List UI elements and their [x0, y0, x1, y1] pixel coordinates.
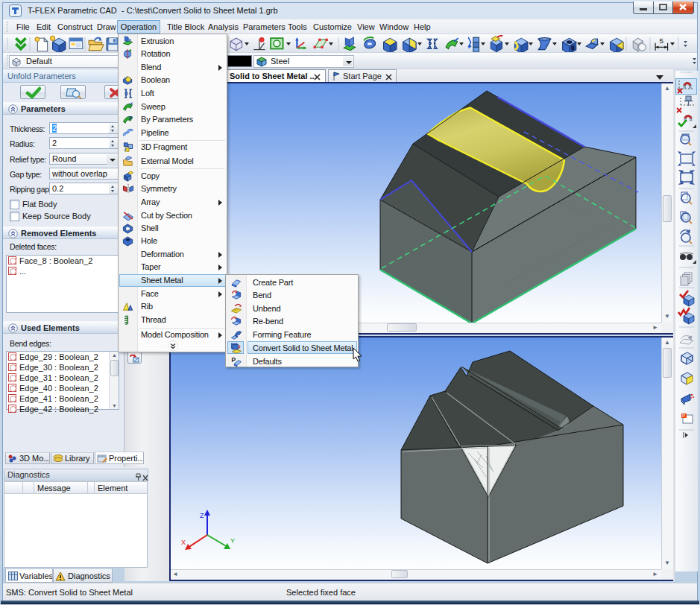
svg-text:X: X [181, 539, 186, 546]
svg-text:P: P [682, 414, 685, 418]
svg-text:Z: Z [200, 512, 204, 519]
svg-text:5: 5 [660, 37, 664, 45]
svg-text:Y: Y [230, 537, 235, 545]
svg-text:P: P [129, 115, 133, 121]
svg-text:P: P [231, 356, 236, 364]
